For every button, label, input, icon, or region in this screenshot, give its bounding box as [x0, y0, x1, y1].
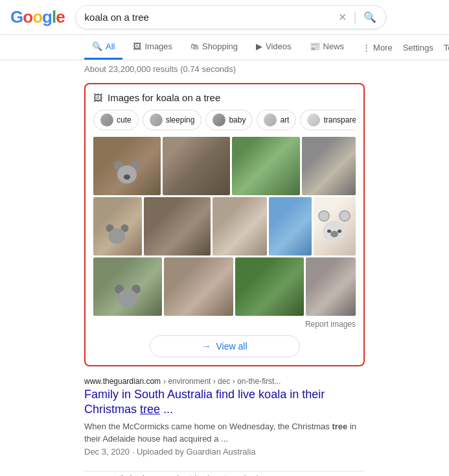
result-1-title[interactable]: Family in South Australia find live koal…	[84, 387, 365, 418]
koala-image-8[interactable]	[269, 197, 312, 256]
google-logo: Google	[10, 7, 65, 27]
image-row-2	[93, 197, 356, 256]
tab-videos[interactable]: ▶ Videos	[248, 35, 299, 60]
tools-button[interactable]: Tools	[444, 43, 449, 53]
search-input[interactable]	[85, 12, 339, 23]
koala-image-11[interactable]	[164, 257, 233, 316]
header: Google ✕ | 🔍	[0, 0, 449, 35]
koala-image-9[interactable]	[314, 197, 356, 256]
filter-pills: cute sleeping baby art transparent real …	[93, 110, 356, 130]
view-all-container: → View all	[93, 335, 356, 357]
tab-news[interactable]: 📰 News	[302, 35, 352, 60]
image-grid	[93, 137, 356, 316]
search-submit-icon[interactable]: 🔍	[363, 11, 376, 23]
nav-tabs: 🔍 All 🖼 Images 🛍 Shopping ▶ Videos 📰 New…	[0, 35, 449, 60]
arrow-right-icon: →	[202, 341, 211, 351]
result-divider	[84, 471, 365, 471]
images-panel-icon: 🖼	[93, 93, 102, 103]
result-item-1: www.theguardian.com › environment › dec …	[84, 377, 365, 458]
koala-image-12[interactable]	[235, 257, 304, 316]
koala-image-3[interactable]	[232, 137, 299, 195]
image-row-3	[93, 257, 356, 316]
settings-button[interactable]: Settings	[403, 43, 433, 53]
clear-search-icon[interactable]: ✕	[338, 11, 347, 23]
filter-pill-transparent[interactable]: transparent	[300, 110, 356, 130]
koala-image-6[interactable]	[144, 197, 211, 256]
koala-image-1[interactable]	[93, 137, 161, 195]
result-1-snippet: When the McCormicks came home on Wednesd…	[84, 420, 365, 446]
tab-shopping[interactable]: 🛍 Shopping	[183, 35, 246, 60]
tab-images[interactable]: 🖼 Images	[125, 35, 180, 60]
more-dots-icon: ⋮	[362, 43, 371, 53]
news-tab-icon: 📰	[310, 42, 320, 51]
tab-all[interactable]: 🔍 All	[84, 35, 122, 60]
images-panel: 🖼 Images for koala on a tree cute sleepi…	[84, 83, 365, 366]
filter-pill-cute[interactable]: cute	[93, 110, 139, 130]
search-results: www.theguardian.com › environment › dec …	[0, 372, 449, 476]
divider: |	[353, 10, 356, 25]
filter-pill-art[interactable]: art	[257, 110, 296, 130]
report-images-link[interactable]: Report images	[93, 320, 356, 329]
results-info: About 23,200,000 results (0.74 seconds)	[0, 60, 449, 78]
filter-pill-sleeping[interactable]: sleeping	[143, 110, 202, 130]
images-tab-icon: 🖼	[133, 42, 141, 51]
koala-image-2[interactable]	[163, 137, 230, 195]
result-1-url: www.theguardian.com › environment › dec …	[84, 377, 365, 386]
more-dropdown[interactable]: ⋮ More	[354, 36, 400, 59]
koala-image-5[interactable]	[93, 197, 142, 256]
videos-tab-icon: ▶	[256, 42, 262, 51]
koala-image-10[interactable]	[93, 257, 162, 316]
filter-pill-baby[interactable]: baby	[205, 110, 253, 130]
images-panel-header: 🖼 Images for koala on a tree	[93, 92, 356, 103]
all-tab-icon: 🔍	[92, 42, 102, 51]
koala-image-7[interactable]	[213, 197, 267, 256]
shopping-tab-icon: 🛍	[190, 42, 199, 51]
result-1-date: Dec 3, 2020 · Uploaded by Guardian Austr…	[84, 446, 365, 458]
search-bar: ✕ | 🔍	[75, 5, 386, 29]
image-row-1	[93, 137, 356, 195]
view-all-button[interactable]: → View all	[150, 335, 300, 357]
koala-image-13[interactable]	[306, 257, 356, 316]
koala-image-4[interactable]	[302, 137, 356, 195]
